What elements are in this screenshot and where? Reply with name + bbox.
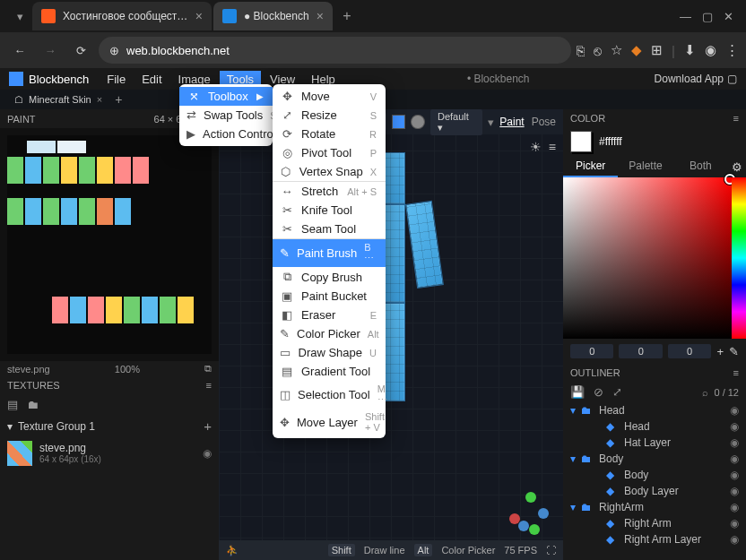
add-icon[interactable]: + (204, 418, 212, 434)
tool-draw-shape[interactable]: ▭Draw ShapeU (273, 343, 386, 362)
address-bar[interactable]: ⊕ web.blockbench.net (99, 37, 571, 64)
minimize-button[interactable]: — (680, 10, 691, 23)
menu-icon[interactable]: ≡ (206, 380, 212, 391)
new-tab-button[interactable]: + (334, 4, 360, 29)
tab-palette[interactable]: Palette (618, 156, 672, 177)
import-texture-icon[interactable]: 🖿 (27, 398, 39, 411)
menu-item-swap-tools[interactable]: ⇄Swap ToolsSpace (179, 106, 273, 125)
close-icon[interactable]: × (97, 94, 102, 105)
visibility-icon[interactable]: ◉ (730, 452, 739, 465)
visibility-icon[interactable]: ◉ (730, 533, 739, 546)
app-logo[interactable]: Blockbench (9, 72, 89, 86)
texture-group[interactable]: ▾ Texture Group 1 + (0, 415, 219, 437)
expand-icon[interactable]: ⤢ (612, 385, 622, 399)
visibility-icon[interactable]: ◉ (730, 420, 739, 433)
mode-pose[interactable]: Pose (532, 116, 556, 128)
shape-swatch[interactable] (411, 115, 425, 129)
eyedropper-icon[interactable]: ✎ (729, 345, 739, 358)
color-picker[interactable] (563, 177, 746, 339)
search-icon[interactable]: ⌕ (702, 387, 708, 398)
visibility-icon[interactable]: ◉ (730, 469, 739, 481)
menu-edit[interactable]: Edit (134, 71, 169, 88)
tab-list-button[interactable]: ▾ (7, 4, 32, 29)
outliner-cube-body-layer[interactable]: ◆Body Layer◉ (563, 483, 746, 499)
visibility-icon[interactable]: ◉ (730, 485, 739, 497)
menu-icon[interactable]: ⋮ (725, 42, 739, 58)
new-project-button[interactable]: + (115, 92, 122, 107)
chevron-down-icon[interactable]: ▾ (488, 116, 494, 129)
close-icon[interactable]: × (195, 9, 203, 23)
forward-button[interactable]: → (38, 38, 63, 63)
close-window-button[interactable]: ✕ (724, 10, 733, 23)
rgb-b[interactable]: 0 (668, 344, 711, 358)
tool-resize[interactable]: ⤢ResizeS (273, 106, 386, 125)
outliner-cube-hat-layer[interactable]: ◆Hat Layer◉ (563, 435, 746, 451)
axis-gizmo[interactable] (509, 492, 552, 535)
menu-item-action-control[interactable]: ▶Action Control (179, 125, 273, 143)
back-button[interactable]: ← (7, 38, 32, 63)
tool-seam-tool[interactable]: ✂Seam Tool (273, 220, 386, 239)
hide-icon[interactable]: ⊘ (594, 385, 603, 399)
menu-icon[interactable]: ≡ (549, 140, 556, 154)
add-color-icon[interactable]: + (716, 345, 724, 358)
tab-both[interactable]: Both (673, 156, 728, 177)
saturation-value-box[interactable] (563, 177, 732, 339)
color-hex-input[interactable]: #ffffff (599, 135, 622, 148)
download-app-button[interactable]: Download App ▢ (655, 73, 737, 85)
outliner-folder-rightarm[interactable]: ▾🖿RightArm◉ (563, 499, 746, 515)
layers-icon[interactable]: ⧉ (204, 363, 212, 375)
bookmark-icon[interactable]: ☆ (611, 42, 622, 58)
tool-color-picker[interactable]: ✎Color PickerAlt (273, 324, 386, 343)
visibility-icon[interactable]: ◉ (730, 436, 739, 449)
standing-icon[interactable]: ⛹ (226, 545, 239, 556)
browser-tab-1[interactable]: ● Blockbench × (213, 2, 333, 30)
downloads-icon[interactable]: ⬇ (684, 42, 696, 58)
visibility-icon[interactable]: ◉ (203, 447, 212, 460)
texture-item[interactable]: steve.png 64 x 64px (16x) ◉ (0, 437, 219, 470)
outliner-cube-right-arm-layer[interactable]: ◆Right Arm Layer◉ (563, 531, 746, 547)
maximize-button[interactable]: ▢ (702, 10, 713, 23)
expand-icon[interactable]: ⛶ (546, 545, 556, 556)
site-info-icon[interactable]: ⊕ (109, 44, 119, 57)
project-tab[interactable]: ☖ Minecraft Skin × (7, 94, 109, 106)
save-icon[interactable]: 💾 (570, 385, 585, 399)
brush-preset[interactable]: Default ▾ (430, 109, 482, 135)
rgb-r[interactable]: 0 (570, 344, 613, 358)
install-icon[interactable]: ⎘ (577, 43, 585, 58)
translate-icon[interactable]: ⎋ (594, 43, 602, 58)
outliner-cube-head[interactable]: ◆Head◉ (563, 418, 746, 435)
outliner-folder-head[interactable]: ▾🖿Head◉ (563, 402, 746, 418)
current-color-swatch[interactable] (570, 131, 592, 152)
tool-gradient-tool[interactable]: ▤Gradient Tool (273, 362, 386, 381)
light-icon[interactable]: ☀ (530, 140, 542, 154)
add-texture-icon[interactable]: ▤ (7, 398, 18, 411)
close-icon[interactable]: × (317, 9, 324, 23)
visibility-icon[interactable]: ◉ (730, 404, 739, 417)
viewport-canvas[interactable]: ☀ ≡ ⛹ (219, 134, 563, 560)
visibility-icon[interactable]: ◉ (730, 517, 739, 530)
rgb-g[interactable]: 0 (619, 344, 662, 358)
mode-paint[interactable]: Paint (499, 116, 524, 128)
tool-vertex-snap[interactable]: ⬡Vertex SnapX (273, 162, 386, 182)
tab-picker[interactable]: Picker (563, 156, 618, 177)
tool-move-layer[interactable]: ✥Move LayerShift + V (273, 409, 386, 435)
outliner-folder-body[interactable]: ▾🖿Body◉ (563, 451, 746, 467)
hue-slider[interactable] (732, 177, 746, 339)
tool-stretch[interactable]: ↔StretchAlt + S (273, 182, 386, 201)
visibility-icon[interactable]: ◉ (730, 501, 739, 513)
extension-icon[interactable]: ◆ (631, 42, 642, 58)
profile-icon[interactable]: ◉ (705, 42, 716, 58)
gear-icon[interactable]: ⚙ (728, 160, 746, 174)
outliner-cube-body[interactable]: ◆Body◉ (563, 467, 746, 483)
texture-preview[interactable] (0, 128, 219, 361)
extensions-icon[interactable]: ⊞ (651, 42, 663, 58)
tool-pivot-tool[interactable]: ◎Pivot ToolP (273, 143, 386, 162)
browser-tab-0[interactable]: Хостинговое сообщество «Tin × (32, 2, 212, 30)
tool-knife-tool[interactable]: ✂Knife Tool (273, 201, 386, 220)
tool-copy-brush[interactable]: ⧉Copy Brush (273, 267, 386, 287)
outliner-cube-right-arm[interactable]: ◆Right Arm◉ (563, 515, 746, 531)
tool-paint-bucket[interactable]: ▣Paint Bucket (273, 287, 386, 306)
menu-file[interactable]: File (100, 71, 133, 88)
menu-icon[interactable]: ≡ (733, 367, 739, 378)
menu-icon[interactable]: ≡ (733, 113, 739, 124)
